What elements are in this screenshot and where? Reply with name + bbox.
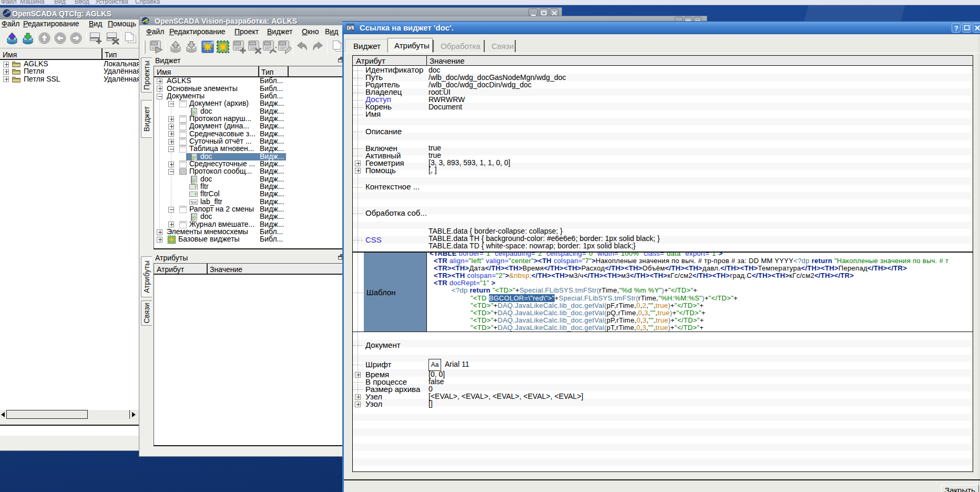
svg-text:Text: Text	[190, 200, 197, 204]
svg-text:?: ?	[954, 24, 958, 32]
